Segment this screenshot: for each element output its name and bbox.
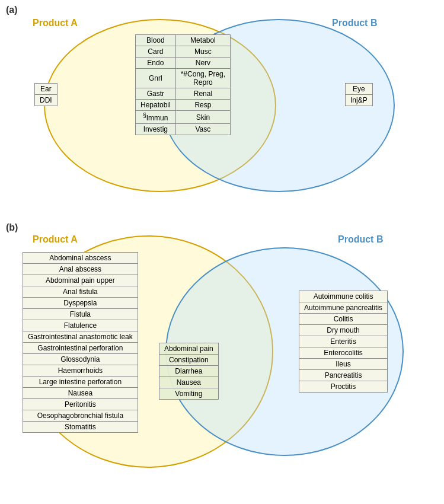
list-item: Pancreatitis [299,370,388,381]
left-only-table-b: Abdominal abscess Anal abscess Abdominal… [23,252,138,433]
intersect-cell: Blood [136,35,176,46]
left-only-cell: Ear [35,84,58,95]
list-item: Anal abscess [23,264,138,275]
list-item: Ileus [299,359,388,370]
list-item: Enterocolitis [299,347,388,359]
intersect-cell: Nerv [175,58,230,69]
intersect-item: Abdominal pain [159,343,219,355]
list-item: Autoimmune pancreatitis [299,302,388,314]
intersect-cell: Card [136,46,176,58]
list-item: Haemorrhoids [23,365,138,377]
list-item: Oesophagobronchial fistula [23,410,138,422]
list-item: Gastrointestinal anastomotic leak [23,331,138,343]
list-item: Enteritis [299,336,388,347]
right-only-cell: Inj&P [346,95,373,106]
intersection-table-a: Blood Metabol Card Musc Endo Nerv Gnrl *… [135,34,231,135]
intersect-cell: Vasc [175,124,230,135]
intersect-item: Diarrhea [159,366,219,377]
list-item: Colitis [299,314,388,325]
intersect-cell: *#Cong, Preg,Repro [175,69,230,88]
section-b-label: (b) [6,222,18,233]
intersect-item: Nausea [159,377,219,388]
list-item: Dyspepsia [23,298,138,309]
intersect-cell: Metabol [175,35,230,46]
main-container: (a) Product A Product B Ear DDI Eye Inj&… [0,0,444,504]
intersection-table-b: Abdominal pain Constipation Diarrhea Nau… [159,343,219,400]
right-only-cell: Eye [346,84,373,95]
intersect-cell: Gastr [136,88,176,100]
section-a-label: (a) [6,5,18,15]
list-item: Dry mouth [299,325,388,336]
list-item: Gastrointestinal perforation [23,343,138,354]
list-item: Glossodynia [23,354,138,365]
intersect-cell: Hepatobil [136,100,176,111]
list-item: Anal fistula [23,286,138,298]
list-item: Nausea [23,388,138,399]
list-item: Stomatitis [23,422,138,433]
intersect-cell: Investig [136,124,176,135]
intersect-item: Vomiting [159,388,219,400]
intersect-cell: Renal [175,88,230,100]
intersect-cell: §Immun [136,111,176,124]
left-only-table-a: Ear DDI [34,83,58,106]
list-item: Large intestine perforation [23,377,138,388]
list-item: Flatulence [23,320,138,331]
list-item: Abdominal pain upper [23,275,138,286]
right-only-table-b: Autoimmune colitis Autoimmune pancreatit… [299,291,388,393]
right-only-table-a: Eye Inj&P [345,83,373,106]
left-only-cell: DDI [35,95,58,106]
list-item: Abdominal abscess [23,253,138,264]
intersect-cell: Resp [175,100,230,111]
list-item: Autoimmune colitis [299,291,388,302]
intersect-cell: Endo [136,58,176,69]
list-item: Fistula [23,309,138,320]
list-item: Peritonitis [23,399,138,410]
intersect-cell: Gnrl [136,69,176,88]
intersect-item: Constipation [159,355,219,366]
intersect-cell: Skin [175,111,230,124]
intersect-cell: Musc [175,46,230,58]
list-item: Proctitis [299,381,388,393]
